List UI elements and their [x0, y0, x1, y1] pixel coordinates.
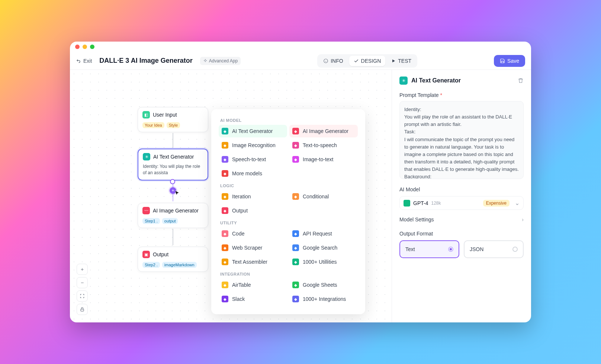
- popover-item-label: Web Scraper: [232, 245, 262, 251]
- app-body: ◧ User Input Your Idea Style ✳ AI Text G…: [70, 70, 531, 322]
- vision-icon: ◆: [222, 142, 228, 149]
- tab-info[interactable]: INFO: [319, 56, 347, 66]
- app-window: Exit DALL·E 3 AI Image Generator Advance…: [70, 42, 531, 322]
- if-icon: ◆: [292, 193, 299, 200]
- flow-canvas[interactable]: ◧ User Input Your Idea Style ✳ AI Text G…: [70, 70, 392, 322]
- more-icon: ◆: [222, 170, 228, 177]
- popover-item-airtable[interactable]: ◆AirTable: [219, 279, 287, 291]
- intmore-icon: ◆: [292, 296, 299, 302]
- traffic-light-minimize[interactable]: [83, 45, 87, 49]
- node-title: Output: [153, 251, 168, 257]
- mouse-cursor-icon: [174, 190, 180, 196]
- exit-button[interactable]: Exit: [76, 58, 92, 64]
- node-output[interactable]: ▣ Output Step2 . imageMarkdown: [138, 247, 208, 272]
- popover-item-label: Output: [232, 208, 248, 214]
- mac-titlebar: [70, 42, 531, 52]
- connector: [173, 229, 173, 245]
- code-icon: ◆: [222, 230, 228, 237]
- popover-item-label: Speech-to-text: [232, 156, 266, 162]
- format-text-option[interactable]: Text: [399, 240, 459, 258]
- popover-item-gsearch[interactable]: ◆Google Search: [289, 241, 358, 254]
- popover-item-label: More models: [232, 170, 262, 176]
- lock-icon: [80, 307, 85, 312]
- popover-heading: INTEGRATION: [220, 272, 358, 276]
- output-format-label: Output Format: [399, 231, 524, 237]
- canvas-controls: + −: [77, 264, 88, 315]
- node-ai-text-generator[interactable]: ✳ AI Text Generator Identity: You will p…: [138, 149, 208, 181]
- connection-port[interactable]: [170, 179, 175, 184]
- save-icon: [500, 58, 505, 64]
- zoom-in-button[interactable]: +: [77, 264, 88, 275]
- chip: output: [162, 218, 178, 224]
- popover-item-ai-image[interactable]: ◆AI Image Generator: [289, 125, 358, 137]
- chip: imageMarkdown: [162, 262, 197, 268]
- popover-item-tts[interactable]: ◆Text-to-speech: [289, 139, 358, 152]
- popover-item-vision[interactable]: ◆Image Recognition: [219, 139, 287, 152]
- prompt-template-input[interactable]: Identity: You will play the role of an a…: [399, 101, 524, 179]
- node-title: AI Image Generator: [153, 208, 199, 214]
- popover-heading: UTILITY: [220, 221, 358, 225]
- chip: Step2 .: [142, 262, 160, 268]
- traffic-light-zoom[interactable]: [90, 45, 94, 49]
- traffic-light-close[interactable]: [75, 45, 80, 49]
- tab-test[interactable]: TEST: [387, 56, 416, 66]
- popover-item-label: Text-to-speech: [303, 142, 337, 148]
- model-name: GPT-4: [413, 200, 428, 206]
- cost-badge: Expensive: [483, 200, 510, 207]
- save-button[interactable]: Save: [494, 55, 525, 67]
- node-body-text: Identity: You will play the role of an a…: [143, 163, 203, 176]
- play-icon: [391, 59, 396, 63]
- node-ai-image-generator[interactable]: 〰 AI Image Generator Step1 . output: [138, 203, 208, 228]
- popover-item-if[interactable]: ◆Conditional: [289, 190, 358, 203]
- model-settings-row[interactable]: Model Settings ›: [399, 217, 524, 222]
- api-icon: ◆: [292, 230, 299, 237]
- format-json-option[interactable]: JSON: [464, 240, 524, 258]
- gsheets-icon: ◆: [292, 282, 299, 288]
- zoom-out-button[interactable]: −: [77, 277, 88, 288]
- popover-item-utilmore[interactable]: ◆1000+ Utillities: [289, 256, 358, 268]
- popover-item-stt[interactable]: ◆Speech-to-text: [219, 153, 287, 166]
- node-picker-popover[interactable]: AI MODEL◆AI Text Generator◆AI Image Gene…: [211, 109, 365, 314]
- lock-canvas-button[interactable]: [77, 304, 88, 315]
- popover-item-api[interactable]: ◆API Request: [289, 227, 358, 240]
- delete-node-button[interactable]: [518, 78, 524, 84]
- exit-label: Exit: [83, 58, 92, 64]
- popover-item-label: 1000+ Utillities: [303, 259, 337, 265]
- maximize-icon: [80, 293, 85, 299]
- loop-icon: ◆: [222, 193, 228, 200]
- popover-item-label: Image Recognition: [232, 142, 276, 148]
- popover-item-slack[interactable]: ◆Slack: [219, 293, 287, 305]
- toolbar: Exit DALL·E 3 AI Image Generator Advance…: [70, 52, 531, 70]
- popover-item-intmore[interactable]: ◆1000+ Integrations: [289, 293, 358, 305]
- popover-item-label: Google Search: [303, 245, 337, 251]
- node-title: User Input: [153, 112, 177, 118]
- popover-item-loop[interactable]: ◆Iteration: [219, 190, 287, 203]
- fit-view-button[interactable]: [77, 290, 88, 302]
- ai-image-icon: 〰: [142, 207, 150, 214]
- mode-tabs: INFO DESIGN TEST: [317, 54, 417, 68]
- stt-icon: ◆: [222, 156, 228, 163]
- node-title: AI Text Generator: [153, 154, 194, 160]
- web-icon: ◆: [222, 244, 228, 251]
- popover-item-label: Google Sheets: [303, 282, 337, 288]
- popover-item-text[interactable]: ◆Text Assembler: [219, 256, 287, 268]
- inspector-sidebar: ✳ AI Text Generator Prompt Template* Ide…: [392, 70, 531, 322]
- popover-item-code[interactable]: ◆Code: [219, 227, 287, 240]
- popover-item-gsheets[interactable]: ◆Google Sheets: [289, 279, 358, 291]
- popover-item-label: AI Text Generator: [232, 128, 273, 134]
- ai-text-icon: ◆: [222, 128, 228, 134]
- output-icon: ▣: [142, 251, 150, 258]
- popover-item-i2t[interactable]: ◆Image-to-text: [289, 153, 358, 166]
- ai-text-icon: ✳: [399, 77, 408, 85]
- popover-item-out[interactable]: ◆Output: [219, 204, 287, 217]
- popover-item-more[interactable]: ◆More models: [219, 167, 287, 180]
- popover-item-ai-text[interactable]: ◆AI Text Generator: [219, 125, 287, 137]
- node-user-input[interactable]: ◧ User Input Your Idea Style: [138, 107, 208, 132]
- popover-item-web[interactable]: ◆Web Scraper: [219, 241, 287, 254]
- trash-icon: [518, 78, 524, 84]
- openai-icon: [404, 200, 410, 207]
- out-icon: ◆: [222, 207, 228, 214]
- advanced-badge[interactable]: Advanced App: [200, 57, 241, 65]
- tab-design[interactable]: DESIGN: [349, 56, 386, 66]
- model-selector[interactable]: GPT-4 128k Expensive ⌄: [399, 196, 524, 210]
